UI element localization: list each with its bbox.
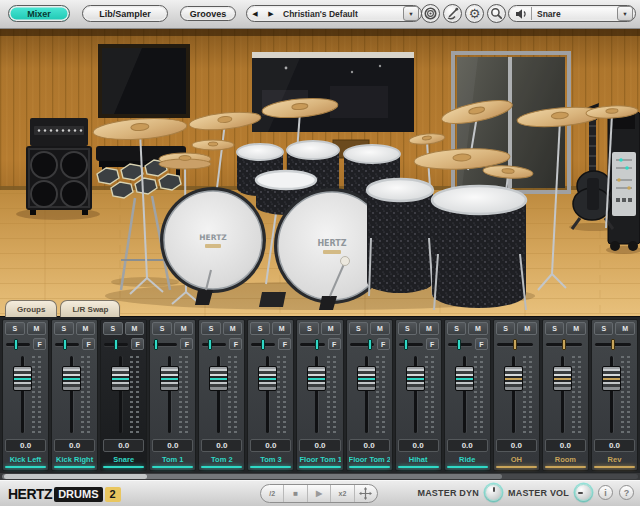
search-button[interactable] — [487, 4, 506, 23]
volume-value[interactable]: 0.0 — [545, 439, 586, 452]
mute-button[interactable]: M — [517, 322, 537, 335]
volume-value[interactable]: 0.0 — [447, 439, 488, 452]
fx-button[interactable]: F — [229, 338, 242, 350]
mixer-strip-snare[interactable]: S M F 0.0 Snare — [100, 319, 147, 471]
stop-button[interactable]: ■ — [284, 485, 307, 502]
mute-button[interactable]: M — [615, 322, 635, 335]
audition-dropdown-arrow-icon[interactable]: ▼ — [617, 6, 633, 21]
master-vol-knob[interactable] — [575, 484, 592, 501]
pan-slider[interactable] — [595, 343, 631, 346]
solo-button[interactable]: S — [299, 322, 319, 335]
mixer-strip-tom-2[interactable]: S M F 0.0 Tom 2 — [198, 319, 245, 471]
floor-tom-2-drum[interactable] — [432, 186, 526, 310]
preset-prev-button[interactable]: ◀ — [247, 7, 263, 20]
pan-slider[interactable] — [448, 343, 472, 346]
pan-slider[interactable] — [55, 343, 79, 346]
lr-swap-tab[interactable]: L/R Swap — [60, 300, 120, 317]
volume-value[interactable]: 0.0 — [250, 439, 291, 452]
fx-button[interactable]: F — [33, 338, 46, 350]
solo-button[interactable]: S — [152, 322, 172, 335]
master-dyn-knob[interactable] — [485, 484, 502, 501]
floor-tom-1-drum[interactable] — [367, 179, 433, 296]
mute-button[interactable]: M — [76, 322, 96, 335]
mute-button[interactable]: M — [419, 322, 439, 335]
fader-handle[interactable] — [111, 366, 130, 391]
fx-button[interactable]: F — [328, 338, 341, 350]
fx-button[interactable]: F — [180, 338, 193, 350]
fader-handle[interactable] — [553, 366, 572, 391]
kick-left-drum[interactable]: HERTZ — [160, 187, 266, 293]
pan-slider[interactable] — [153, 343, 177, 346]
mixer-strip-tom-3[interactable]: S M F 0.0 Tom 3 — [247, 319, 294, 471]
pan-handle[interactable] — [457, 339, 461, 350]
volume-value[interactable]: 0.0 — [103, 439, 144, 452]
mute-button[interactable]: M — [370, 322, 390, 335]
solo-button[interactable]: S — [398, 322, 418, 335]
pan-slider[interactable] — [497, 343, 533, 346]
volume-value[interactable]: 0.0 — [201, 439, 242, 452]
fader-handle[interactable] — [13, 366, 32, 391]
solo-button[interactable]: S — [594, 322, 614, 335]
pan-handle[interactable] — [513, 339, 517, 350]
pan-slider[interactable] — [399, 343, 423, 346]
mute-button[interactable]: M — [321, 322, 341, 335]
mixer-strip-rev[interactable]: S M 0.0 Rev — [591, 319, 638, 471]
volume-value[interactable]: 0.0 — [398, 439, 439, 452]
volume-value[interactable]: 0.0 — [5, 439, 46, 452]
pan-handle[interactable] — [208, 339, 212, 350]
fader-handle[interactable] — [258, 366, 277, 391]
solo-button[interactable]: S — [545, 322, 565, 335]
solo-button[interactable]: S — [496, 322, 516, 335]
play-button[interactable]: ▶ — [308, 485, 331, 502]
pan-handle[interactable] — [611, 339, 615, 350]
fader-handle[interactable] — [406, 366, 425, 391]
volume-value[interactable]: 0.0 — [299, 439, 340, 452]
solo-button[interactable]: S — [5, 322, 25, 335]
pan-slider[interactable] — [104, 343, 128, 346]
fader-handle[interactable] — [160, 366, 179, 391]
pan-slider[interactable] — [6, 343, 30, 346]
pan-handle[interactable] — [154, 339, 158, 350]
mute-button[interactable]: M — [468, 322, 488, 335]
mute-button[interactable]: M — [125, 322, 145, 335]
volume-value[interactable]: 0.0 — [594, 439, 635, 452]
pan-handle[interactable] — [315, 339, 319, 350]
mixer-strip-floor-tom-1[interactable]: S M F 0.0 Floor Tom 1 — [296, 319, 343, 471]
mixer-strip-tom-1[interactable]: S M F 0.0 Tom 1 — [149, 319, 196, 471]
fader-handle[interactable] — [209, 366, 228, 391]
pan-slider[interactable] — [350, 343, 374, 346]
scrollbar-thumb[interactable] — [4, 474, 147, 479]
mixer-strip-kick-left[interactable]: S M F 0.0 Kick Left — [2, 319, 49, 471]
record-target-icon[interactable] — [421, 4, 440, 23]
fader-handle[interactable] — [455, 366, 474, 391]
settings-button[interactable]: ⚙ — [465, 4, 484, 23]
mixer-strip-kick-right[interactable]: S M F 0.0 Kick Right — [51, 319, 98, 471]
drumstick-button[interactable] — [443, 4, 462, 23]
pan-handle[interactable] — [114, 339, 118, 350]
fx-button[interactable]: F — [377, 338, 390, 350]
solo-button[interactable]: S — [54, 322, 74, 335]
pan-handle[interactable] — [562, 339, 566, 350]
fader-handle[interactable] — [357, 366, 376, 391]
mixer-strip-floor-tom-2[interactable]: S M F 0.0 Floor Tom 2 — [346, 319, 393, 471]
mixer-strip-hihat[interactable]: S M F 0.0 Hihat — [395, 319, 442, 471]
audition-sound-name[interactable]: Snare — [532, 9, 617, 19]
volume-value[interactable]: 0.0 — [152, 439, 193, 452]
grooves-tab-button[interactable]: Grooves — [180, 6, 236, 21]
fx-button[interactable]: F — [426, 338, 439, 350]
preset-next-button[interactable]: ▶ — [263, 7, 279, 20]
mute-button[interactable]: M — [27, 322, 47, 335]
preset-dropdown-arrow-icon[interactable]: ▼ — [403, 6, 419, 21]
half-speed-button[interactable]: /2 — [261, 485, 284, 502]
solo-button[interactable]: S — [103, 322, 123, 335]
drag-midi-button[interactable] — [355, 485, 377, 502]
solo-button[interactable]: S — [447, 322, 467, 335]
splash-cymbal-left[interactable] — [192, 140, 234, 150]
help-button[interactable]: ? — [619, 485, 634, 500]
mute-button[interactable]: M — [223, 322, 243, 335]
fader-handle[interactable] — [307, 366, 326, 391]
hihat-cymbal[interactable] — [159, 153, 211, 169]
pan-handle[interactable] — [368, 339, 372, 350]
fx-button[interactable]: F — [475, 338, 488, 350]
fader-handle[interactable] — [62, 366, 81, 391]
